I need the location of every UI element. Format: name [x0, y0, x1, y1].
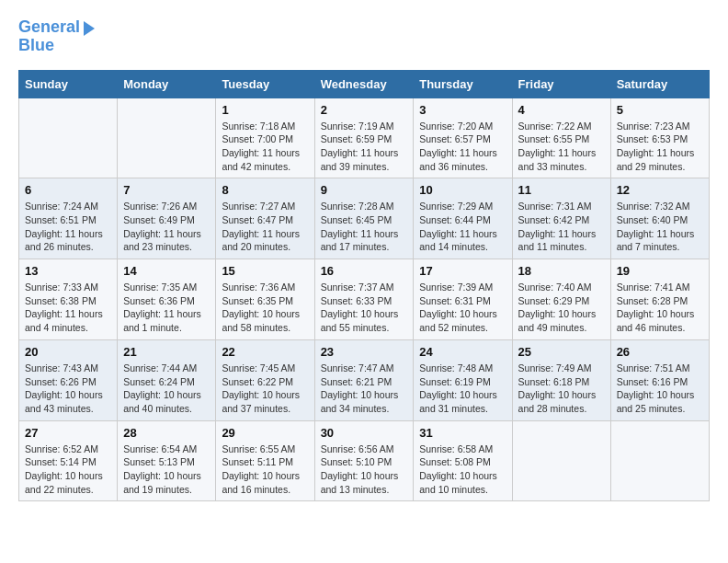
calendar-cell: 14Sunrise: 7:35 AMSunset: 6:36 PMDayligh… [118, 259, 216, 340]
day-number: 10 [419, 183, 506, 197]
calendar-cell: 16Sunrise: 7:37 AMSunset: 6:33 PMDayligh… [314, 259, 414, 340]
day-number: 15 [222, 264, 308, 278]
calendar-cell: 7Sunrise: 7:26 AMSunset: 6:49 PMDaylight… [118, 178, 216, 259]
day-info: Sunrise: 7:29 AMSunset: 6:44 PMDaylight:… [419, 200, 506, 254]
day-info: Sunrise: 7:23 AMSunset: 6:53 PMDaylight:… [617, 120, 703, 174]
day-number: 21 [123, 345, 210, 359]
calendar-cell: 11Sunrise: 7:31 AMSunset: 6:42 PMDayligh… [512, 178, 610, 259]
day-info: Sunrise: 7:20 AMSunset: 6:57 PMDaylight:… [419, 120, 506, 174]
day-info: Sunrise: 7:36 AMSunset: 6:35 PMDaylight:… [222, 281, 308, 335]
logo-text: General [18, 18, 80, 37]
calendar-cell: 15Sunrise: 7:36 AMSunset: 6:35 PMDayligh… [216, 259, 314, 340]
calendar-table: SundayMondayTuesdayWednesdayThursdayFrid… [18, 70, 710, 502]
day-info: Sunrise: 6:56 AMSunset: 5:10 PMDaylight:… [321, 442, 408, 497]
calendar-cell [118, 98, 216, 178]
day-number: 25 [518, 345, 605, 359]
day-number: 26 [617, 345, 703, 359]
calendar-cell: 25Sunrise: 7:49 AMSunset: 6:18 PMDayligh… [512, 339, 610, 420]
calendar-cell: 4Sunrise: 7:22 AMSunset: 6:55 PMDaylight… [512, 98, 610, 178]
day-number: 3 [419, 103, 506, 117]
calendar-week-row: 27Sunrise: 6:52 AMSunset: 5:14 PMDayligh… [19, 420, 710, 501]
day-number: 1 [222, 103, 308, 117]
day-info: Sunrise: 7:49 AMSunset: 6:18 PMDaylight:… [518, 362, 605, 416]
day-number: 7 [123, 183, 210, 197]
calendar-week-row: 20Sunrise: 7:43 AMSunset: 6:26 PMDayligh… [19, 339, 710, 420]
calendar-cell [19, 98, 118, 178]
logo: General Blue [18, 18, 95, 55]
calendar-cell: 20Sunrise: 7:43 AMSunset: 6:26 PMDayligh… [19, 339, 118, 420]
calendar-cell: 29Sunrise: 6:55 AMSunset: 5:11 PMDayligh… [216, 420, 314, 501]
day-info: Sunrise: 7:24 AMSunset: 6:51 PMDaylight:… [25, 200, 111, 254]
day-number: 31 [419, 426, 506, 440]
day-info: Sunrise: 7:35 AMSunset: 6:36 PMDaylight:… [123, 281, 210, 335]
day-number: 30 [321, 426, 408, 440]
calendar-cell: 26Sunrise: 7:51 AMSunset: 6:16 PMDayligh… [610, 339, 709, 420]
day-info: Sunrise: 7:48 AMSunset: 6:19 PMDaylight:… [419, 362, 506, 416]
day-number: 23 [321, 345, 408, 359]
day-number: 9 [321, 183, 408, 197]
calendar-cell: 8Sunrise: 7:27 AMSunset: 6:47 PMDaylight… [216, 178, 314, 259]
day-info: Sunrise: 6:58 AMSunset: 5:08 PMDaylight:… [419, 442, 506, 497]
day-header-friday: Friday [512, 70, 610, 98]
calendar-cell: 12Sunrise: 7:32 AMSunset: 6:40 PMDayligh… [610, 178, 709, 259]
calendar-cell: 31Sunrise: 6:58 AMSunset: 5:08 PMDayligh… [414, 420, 512, 501]
day-number: 11 [518, 183, 605, 197]
calendar-cell: 28Sunrise: 6:54 AMSunset: 5:13 PMDayligh… [118, 420, 216, 501]
day-header-thursday: Thursday [414, 70, 512, 98]
day-number: 28 [123, 426, 210, 440]
day-number: 17 [419, 264, 506, 278]
calendar-cell: 6Sunrise: 7:24 AMSunset: 6:51 PMDaylight… [19, 178, 118, 259]
day-info: Sunrise: 6:54 AMSunset: 5:13 PMDaylight:… [123, 442, 210, 497]
day-info: Sunrise: 7:26 AMSunset: 6:49 PMDaylight:… [123, 200, 210, 254]
calendar-week-row: 6Sunrise: 7:24 AMSunset: 6:51 PMDaylight… [19, 178, 710, 259]
day-info: Sunrise: 7:28 AMSunset: 6:45 PMDaylight:… [321, 200, 408, 254]
calendar-cell: 19Sunrise: 7:41 AMSunset: 6:28 PMDayligh… [610, 259, 709, 340]
day-info: Sunrise: 7:51 AMSunset: 6:16 PMDaylight:… [617, 362, 703, 416]
day-number: 29 [222, 426, 308, 440]
calendar-cell: 3Sunrise: 7:20 AMSunset: 6:57 PMDaylight… [414, 98, 512, 178]
day-info: Sunrise: 7:45 AMSunset: 6:22 PMDaylight:… [222, 362, 308, 416]
calendar-cell: 30Sunrise: 6:56 AMSunset: 5:10 PMDayligh… [314, 420, 414, 501]
page-header: General Blue [18, 18, 710, 55]
day-info: Sunrise: 7:37 AMSunset: 6:33 PMDaylight:… [321, 281, 408, 335]
calendar-cell: 10Sunrise: 7:29 AMSunset: 6:44 PMDayligh… [414, 178, 512, 259]
day-info: Sunrise: 6:52 AMSunset: 5:14 PMDaylight:… [25, 442, 111, 497]
calendar-cell: 23Sunrise: 7:47 AMSunset: 6:21 PMDayligh… [314, 339, 414, 420]
calendar-cell: 27Sunrise: 6:52 AMSunset: 5:14 PMDayligh… [19, 420, 118, 501]
day-info: Sunrise: 7:40 AMSunset: 6:29 PMDaylight:… [518, 281, 605, 335]
calendar-cell: 5Sunrise: 7:23 AMSunset: 6:53 PMDaylight… [610, 98, 709, 178]
day-number: 13 [25, 264, 111, 278]
day-header-wednesday: Wednesday [314, 70, 414, 98]
calendar-cell: 24Sunrise: 7:48 AMSunset: 6:19 PMDayligh… [414, 339, 512, 420]
day-info: Sunrise: 7:47 AMSunset: 6:21 PMDaylight:… [321, 362, 408, 416]
day-number: 4 [518, 103, 605, 117]
day-info: Sunrise: 7:18 AMSunset: 7:00 PMDaylight:… [222, 120, 308, 174]
day-header-monday: Monday [118, 70, 216, 98]
day-number: 12 [617, 183, 703, 197]
logo-subtext: Blue [18, 37, 95, 55]
calendar-header-row: SundayMondayTuesdayWednesdayThursdayFrid… [19, 70, 710, 98]
day-info: Sunrise: 7:27 AMSunset: 6:47 PMDaylight:… [222, 200, 308, 254]
day-number: 20 [25, 345, 111, 359]
calendar-cell: 9Sunrise: 7:28 AMSunset: 6:45 PMDaylight… [314, 178, 414, 259]
calendar-cell: 21Sunrise: 7:44 AMSunset: 6:24 PMDayligh… [118, 339, 216, 420]
day-number: 22 [222, 345, 308, 359]
day-number: 2 [321, 103, 408, 117]
day-info: Sunrise: 7:44 AMSunset: 6:24 PMDaylight:… [123, 362, 210, 416]
day-info: Sunrise: 7:31 AMSunset: 6:42 PMDaylight:… [518, 200, 605, 254]
day-header-saturday: Saturday [610, 70, 709, 98]
day-info: Sunrise: 6:55 AMSunset: 5:11 PMDaylight:… [222, 442, 308, 497]
calendar-cell: 1Sunrise: 7:18 AMSunset: 7:00 PMDaylight… [216, 98, 314, 178]
calendar-cell: 22Sunrise: 7:45 AMSunset: 6:22 PMDayligh… [216, 339, 314, 420]
day-number: 8 [222, 183, 308, 197]
day-info: Sunrise: 7:43 AMSunset: 6:26 PMDaylight:… [25, 362, 111, 416]
day-number: 27 [25, 426, 111, 440]
day-number: 16 [321, 264, 408, 278]
day-number: 6 [25, 183, 111, 197]
day-info: Sunrise: 7:39 AMSunset: 6:31 PMDaylight:… [419, 281, 506, 335]
day-header-sunday: Sunday [19, 70, 118, 98]
day-number: 19 [617, 264, 703, 278]
day-info: Sunrise: 7:33 AMSunset: 6:38 PMDaylight:… [25, 281, 111, 335]
day-number: 24 [419, 345, 506, 359]
calendar-week-row: 13Sunrise: 7:33 AMSunset: 6:38 PMDayligh… [19, 259, 710, 340]
